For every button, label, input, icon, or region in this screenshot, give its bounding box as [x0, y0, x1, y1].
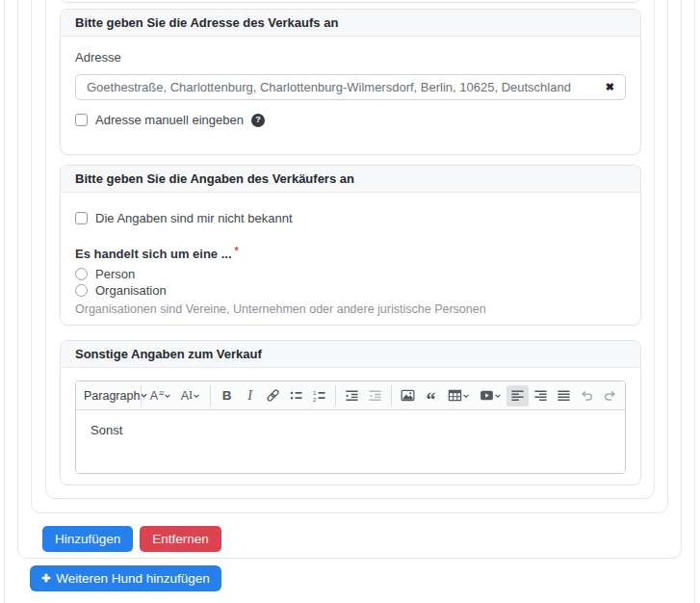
- seller-card-title: Bitte geben Sie die Angaben des Verkäufe…: [61, 166, 640, 193]
- organisation-label: Organisation: [95, 282, 167, 299]
- remove-button[interactable]: Entfernen: [140, 526, 221, 552]
- seller-type-label: Es handelt sich um eine ...*: [75, 243, 626, 262]
- redo-button[interactable]: [599, 385, 621, 406]
- address-input-value: Goethestraße, Charlottenburg, Charlotten…: [87, 80, 571, 94]
- chevron-down-icon: [494, 392, 502, 400]
- plus-icon: ✚: [41, 572, 50, 585]
- font-size-button[interactable]: A≡: [146, 385, 175, 406]
- align-right-icon: [533, 388, 548, 403]
- chevron-down-icon: [193, 392, 200, 400]
- block-quote-button[interactable]: “: [420, 385, 442, 406]
- font-family-button[interactable]: AI: [176, 385, 205, 406]
- option-person-row[interactable]: Person: [75, 266, 626, 282]
- font-family-icon: A: [181, 389, 189, 403]
- align-left-button[interactable]: [506, 385, 529, 406]
- address-card: Bitte geben Sie die Adresse des Verkaufs…: [60, 9, 641, 155]
- table-icon: [448, 388, 462, 403]
- address-input[interactable]: Goethestraße, Charlottenburg, Charlotten…: [75, 74, 626, 100]
- unknown-info-checkbox[interactable]: [75, 212, 88, 224]
- numbered-list-button[interactable]: 12: [308, 385, 330, 406]
- clear-address-icon[interactable]: ✖: [606, 81, 614, 93]
- bold-icon: B: [222, 388, 232, 403]
- editor-toolbar: Paragraph A≡ AI B: [76, 381, 625, 410]
- svg-text:2: 2: [313, 396, 317, 403]
- option-organisation-row[interactable]: Organisation: [75, 282, 626, 299]
- outdent-icon: [368, 388, 382, 403]
- organisation-hint: Organisationen sind Vereine, Unternehmen…: [75, 302, 626, 317]
- editor-content[interactable]: Sonst: [76, 410, 625, 473]
- row-actions: Hinzufügen Entfernen: [42, 526, 221, 552]
- link-icon: [266, 388, 280, 403]
- font-size-icon: A: [150, 389, 158, 403]
- chevron-down-icon: [164, 392, 171, 400]
- address-card-title: Bitte geben Sie die Adresse des Verkaufs…: [61, 10, 640, 37]
- unknown-info-row[interactable]: Die Angaben sind mir nicht bekannt: [75, 210, 626, 226]
- manual-address-row[interactable]: Adresse manuell eingeben ?: [75, 112, 626, 128]
- undo-button[interactable]: [576, 385, 598, 406]
- image-icon: [401, 388, 415, 403]
- italic-button[interactable]: I: [239, 385, 261, 406]
- media-icon: [480, 388, 494, 403]
- insert-table-button[interactable]: [443, 385, 474, 406]
- manual-address-label: Adresse manuell eingeben: [95, 112, 244, 128]
- previous-card-cutoff: [60, 0, 641, 3]
- bulleted-list-icon: [289, 388, 303, 403]
- redo-icon: [603, 388, 617, 403]
- media-embed-button[interactable]: [475, 385, 506, 406]
- add-dog-label: Weiteren Hund hinzufügen: [56, 571, 210, 586]
- person-label: Person: [95, 266, 135, 282]
- outdent-button[interactable]: [364, 385, 386, 406]
- required-marker: *: [235, 245, 239, 256]
- indent-icon: [345, 388, 359, 403]
- notes-card: Sonstige Angaben zum Verkauf Paragraph A…: [60, 340, 641, 485]
- toolbar-separator: [210, 385, 211, 406]
- align-justify-icon: [557, 388, 571, 403]
- heading-dropdown[interactable]: Paragraph: [80, 385, 136, 406]
- indent-button[interactable]: [341, 385, 363, 406]
- link-button[interactable]: [262, 385, 284, 406]
- align-left-icon: [510, 388, 525, 403]
- help-icon[interactable]: ?: [251, 114, 265, 127]
- numbered-list-icon: 12: [312, 388, 326, 403]
- rich-text-editor: Paragraph A≡ AI B: [75, 380, 626, 474]
- align-justify-button[interactable]: [553, 385, 575, 406]
- form-sections: Bitte geben Sie die Adresse des Verkaufs…: [60, 9, 641, 485]
- insert-image-button[interactable]: [397, 385, 419, 406]
- add-dog-button[interactable]: ✚ Weiteren Hund hinzufügen: [30, 565, 221, 591]
- address-label: Adresse: [75, 50, 626, 66]
- bold-button[interactable]: B: [216, 385, 238, 406]
- align-right-button[interactable]: [530, 385, 552, 406]
- block-quote-icon: “: [427, 396, 436, 404]
- bulleted-list-button[interactable]: [285, 385, 307, 406]
- person-radio[interactable]: [75, 268, 88, 280]
- notes-card-title: Sonstige Angaben zum Verkauf: [61, 341, 640, 368]
- seller-card: Bitte geben Sie die Angaben des Verkäufe…: [60, 165, 641, 326]
- toolbar-separator: [391, 385, 392, 406]
- undo-icon: [580, 388, 594, 403]
- add-button[interactable]: Hinzufügen: [42, 526, 133, 552]
- unknown-info-label: Die Angaben sind mir nicht bekannt: [95, 210, 293, 226]
- toolbar-separator: [335, 385, 336, 406]
- chevron-down-icon: [462, 392, 470, 400]
- italic-icon: I: [247, 388, 252, 404]
- manual-address-checkbox[interactable]: [75, 114, 88, 126]
- organisation-radio[interactable]: [75, 284, 88, 297]
- toolbar-separator: [141, 385, 142, 406]
